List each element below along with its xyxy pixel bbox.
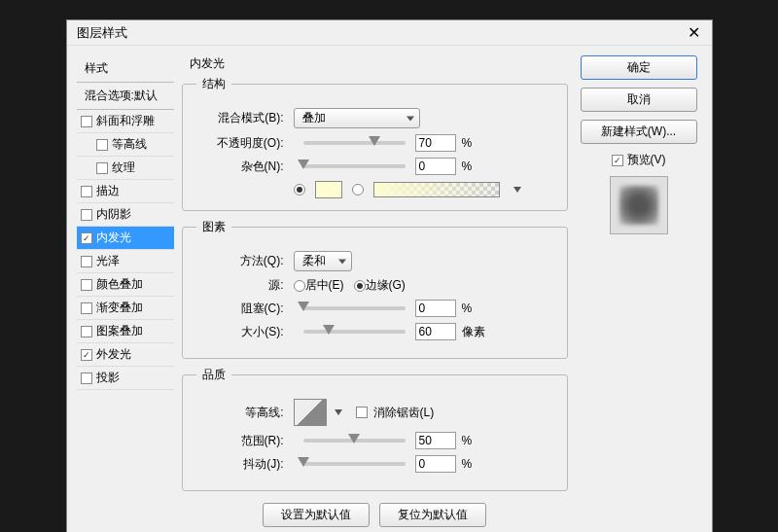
sidebar-checkbox-7[interactable] bbox=[81, 279, 92, 291]
layer-style-dialog: 图层样式 ✕ 样式 混合选项:默认 斜面和浮雕等高线纹理描边内阴影内发光光泽颜色… bbox=[66, 19, 713, 532]
sidebar-checkbox-6[interactable] bbox=[81, 256, 92, 267]
noise-label: 杂色(N): bbox=[196, 159, 284, 175]
choke-input[interactable] bbox=[415, 300, 456, 317]
ok-button[interactable]: 确定 bbox=[581, 55, 697, 80]
noise-thumb[interactable] bbox=[298, 160, 309, 169]
jitter-unit: % bbox=[462, 457, 473, 471]
color-swatch[interactable] bbox=[315, 181, 342, 198]
sidebar-item-9[interactable]: 图案叠加 bbox=[77, 320, 174, 343]
sidebar-item-1[interactable]: 等高线 bbox=[77, 133, 174, 157]
reset-default-button[interactable]: 复位为默认值 bbox=[379, 503, 486, 527]
structure-legend: 结构 bbox=[196, 76, 231, 92]
size-thumb[interactable] bbox=[323, 325, 335, 335]
method-select[interactable]: 柔和 bbox=[294, 251, 352, 271]
contour-picker[interactable] bbox=[294, 399, 327, 426]
structure-group: 结构 混合模式(B): 叠加 不透明度(O): % 杂色(N): % bbox=[182, 76, 568, 211]
sidebar-item-5[interactable]: 内发光 bbox=[77, 227, 174, 250]
blend-mode-select[interactable]: 叠加 bbox=[294, 108, 420, 128]
noise-unit: % bbox=[462, 160, 473, 173]
main-panel: 内发光 结构 混合模式(B): 叠加 不透明度(O): % 杂色(N): bbox=[174, 55, 576, 524]
sidebar-label-3: 描边 bbox=[96, 183, 120, 199]
sidebar-item-10[interactable]: 外发光 bbox=[77, 343, 174, 367]
sidebar-head-blend[interactable]: 混合选项:默认 bbox=[77, 83, 174, 110]
jitter-input[interactable] bbox=[415, 455, 456, 473]
right-panel: 确定 取消 新建样式(W)... 预览(V) bbox=[576, 55, 702, 524]
jitter-thumb[interactable] bbox=[298, 457, 309, 467]
sidebar-item-0[interactable]: 斜面和浮雕 bbox=[77, 110, 174, 133]
sidebar-checkbox-4[interactable] bbox=[81, 209, 92, 221]
source-label: 源: bbox=[196, 277, 284, 294]
sidebar-checkbox-2[interactable] bbox=[96, 162, 108, 174]
sidebar-item-3[interactable]: 描边 bbox=[77, 180, 174, 203]
blend-mode-label: 混合模式(B): bbox=[196, 110, 284, 126]
sidebar-label-8: 渐变叠加 bbox=[96, 300, 143, 316]
sidebar-label-7: 颜色叠加 bbox=[96, 276, 143, 293]
preview-label[interactable]: 预览(V) bbox=[627, 152, 666, 168]
sidebar-label-5: 内发光 bbox=[96, 230, 131, 246]
choke-unit: % bbox=[462, 301, 473, 315]
sidebar-item-6[interactable]: 光泽 bbox=[77, 250, 174, 273]
titlebar: 图层样式 ✕ bbox=[67, 20, 712, 46]
panel-title: 内发光 bbox=[182, 55, 568, 72]
opacity-slider[interactable] bbox=[303, 141, 406, 145]
sidebar-checkbox-8[interactable] bbox=[81, 302, 92, 314]
gradient-swatch[interactable] bbox=[373, 182, 500, 197]
sidebar-label-2: 纹理 bbox=[112, 160, 135, 176]
color-radio[interactable] bbox=[294, 184, 305, 195]
sidebar-checkbox-10[interactable] bbox=[81, 349, 92, 361]
preview-thumbnail bbox=[610, 176, 668, 234]
make-default-button[interactable]: 设置为默认值 bbox=[263, 503, 370, 527]
contour-label: 等高线: bbox=[196, 405, 284, 421]
sidebar-label-4: 内阴影 bbox=[96, 206, 131, 223]
range-label: 范围(R): bbox=[196, 433, 284, 449]
size-unit: 像素 bbox=[462, 324, 485, 340]
sidebar-item-4[interactable]: 内阴影 bbox=[77, 203, 174, 227]
new-style-button[interactable]: 新建样式(W)... bbox=[581, 120, 697, 144]
gradient-radio[interactable] bbox=[352, 184, 364, 195]
preview-checkbox[interactable] bbox=[612, 155, 623, 166]
noise-input[interactable] bbox=[415, 158, 456, 175]
range-thumb[interactable] bbox=[348, 434, 360, 443]
range-slider[interactable] bbox=[303, 439, 406, 443]
sidebar-checkbox-3[interactable] bbox=[81, 186, 92, 197]
choke-thumb[interactable] bbox=[298, 301, 309, 311]
source-center-radio[interactable] bbox=[294, 280, 305, 292]
antialias-checkbox[interactable] bbox=[356, 407, 368, 418]
jitter-slider[interactable] bbox=[303, 462, 406, 466]
sidebar-checkbox-5[interactable] bbox=[81, 232, 92, 244]
element-legend: 图素 bbox=[196, 219, 231, 235]
choke-slider[interactable] bbox=[303, 306, 406, 310]
preview-glow bbox=[619, 186, 658, 225]
cancel-button[interactable]: 取消 bbox=[581, 88, 697, 112]
source-center-label[interactable]: 居中(E) bbox=[305, 277, 344, 294]
sidebar-label-10: 外发光 bbox=[96, 346, 131, 363]
sidebar-item-7[interactable]: 颜色叠加 bbox=[77, 273, 174, 297]
sidebar-item-8[interactable]: 渐变叠加 bbox=[77, 297, 174, 320]
sidebar-head-styles[interactable]: 样式 bbox=[77, 55, 174, 83]
noise-slider[interactable] bbox=[303, 164, 406, 168]
contour-caret-icon[interactable] bbox=[335, 409, 342, 415]
sidebar-checkbox-0[interactable] bbox=[81, 116, 92, 127]
opacity-unit: % bbox=[462, 136, 473, 150]
sidebar-checkbox-1[interactable] bbox=[96, 139, 108, 151]
sidebar-checkbox-11[interactable] bbox=[81, 372, 92, 384]
sidebar-item-11[interactable]: 投影 bbox=[77, 367, 174, 390]
gradient-caret-icon[interactable] bbox=[513, 187, 521, 193]
opacity-thumb[interactable] bbox=[369, 136, 380, 146]
close-icon[interactable]: ✕ bbox=[684, 23, 704, 42]
source-edge-label[interactable]: 边缘(G) bbox=[366, 277, 406, 294]
sidebar-item-2[interactable]: 纹理 bbox=[77, 157, 174, 180]
sidebar-label-6: 光泽 bbox=[96, 253, 120, 269]
sidebar-checkbox-9[interactable] bbox=[81, 326, 92, 337]
dialog-title: 图层样式 bbox=[77, 24, 127, 42]
antialias-label[interactable]: 消除锯齿(L) bbox=[373, 405, 435, 421]
element-group: 图素 方法(Q): 柔和 源: 居中(E) 边缘(G) 阻塞(C): bbox=[182, 219, 568, 359]
size-input[interactable] bbox=[415, 323, 456, 340]
size-slider[interactable] bbox=[303, 330, 406, 334]
range-input[interactable] bbox=[415, 432, 456, 449]
choke-label: 阻塞(C): bbox=[196, 301, 284, 317]
opacity-input[interactable] bbox=[415, 134, 456, 152]
source-edge-radio[interactable] bbox=[354, 280, 366, 292]
size-label: 大小(S): bbox=[196, 324, 284, 340]
jitter-label: 抖动(J): bbox=[196, 456, 284, 473]
